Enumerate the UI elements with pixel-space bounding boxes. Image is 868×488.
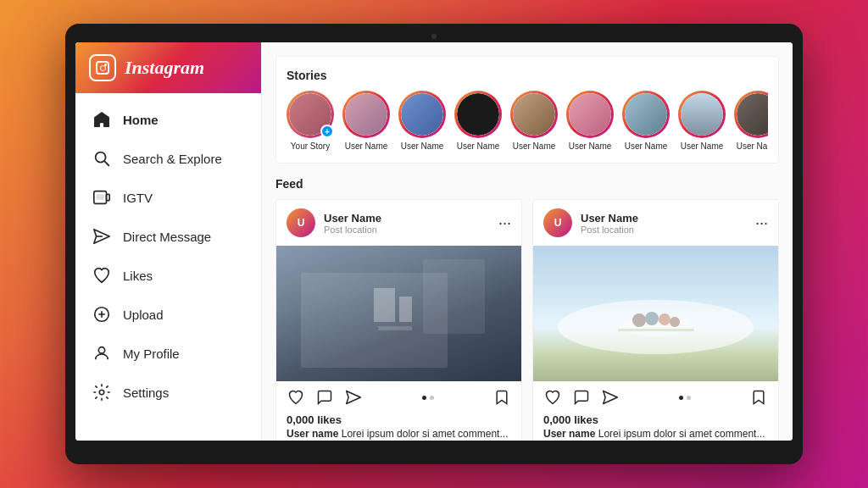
svg-rect-14: [378, 326, 412, 330]
sidebar: Instagram Home: [75, 42, 262, 441]
app-name: Instagram: [125, 57, 204, 79]
share-button-1[interactable]: [601, 388, 620, 407]
story-label-8: User Name: [737, 141, 768, 151]
story-item-1[interactable]: User Name: [342, 91, 390, 151]
sidebar-logo: Instagram: [75, 42, 261, 93]
feed-actions-1: [533, 381, 778, 410]
caption-more-1[interactable]: more: [543, 440, 566, 441]
feed-location-1: Post location: [581, 225, 638, 235]
feed-more-button-1[interactable]: ···: [755, 214, 768, 232]
feed-more-button-0[interactable]: ···: [498, 214, 511, 232]
svg-marker-22: [604, 391, 618, 404]
story-label-5: User Name: [569, 141, 612, 151]
carousel-dots-0: [422, 396, 434, 400]
feed-avatar-0: U: [287, 208, 315, 237]
bookmark-button-1[interactable]: [749, 388, 768, 407]
feed-section: Feed U User Name Post location: [275, 177, 779, 441]
story-item-2[interactable]: User Name: [398, 91, 446, 151]
story-item-5[interactable]: User Name: [566, 91, 614, 151]
instagram-logo-icon: [89, 54, 116, 81]
story-item-7[interactable]: User Name: [678, 91, 726, 151]
story-item-6[interactable]: User Name: [622, 91, 670, 151]
story-item-3[interactable]: User Name: [454, 91, 502, 151]
caption-1: User name Lorei ipsum dolor si amet comm…: [543, 428, 768, 441]
sidebar-navigation: Home Search & Explore: [75, 93, 261, 441]
sidebar-item-settings[interactable]: Settings: [75, 373, 261, 412]
story-avatar-7: [678, 91, 726, 138]
igtv-label: IGTV: [123, 191, 153, 205]
story-label-7: User Name: [681, 141, 724, 151]
feed-card-header-1: U User Name Post location ···: [533, 200, 778, 246]
dot-active-1: [679, 396, 683, 400]
dot-inactive-1: [687, 396, 691, 400]
story-item-4[interactable]: User Name: [510, 91, 558, 151]
sidebar-item-direct[interactable]: Direct Message: [75, 217, 261, 256]
share-button-0[interactable]: [344, 388, 363, 407]
feed-location-0: Post location: [324, 225, 381, 235]
sidebar-item-upload[interactable]: Upload: [75, 295, 261, 334]
main-content: Stories + Your Story: [262, 42, 793, 441]
feed-title: Feed: [275, 177, 779, 191]
sidebar-item-likes[interactable]: Likes: [75, 256, 261, 295]
svg-rect-21: [618, 329, 694, 331]
search-label: Search & Explore: [123, 152, 222, 166]
svg-point-19: [659, 313, 670, 325]
sidebar-item-profile[interactable]: My Profile: [75, 334, 261, 373]
svg-point-18: [645, 312, 659, 325]
sidebar-item-home[interactable]: Home: [75, 100, 261, 139]
story-avatar-8: [734, 91, 768, 138]
laptop-frame: Instagram Home: [65, 24, 803, 464]
profile-icon: [92, 344, 111, 363]
home-label: Home: [123, 113, 159, 127]
sidebar-item-search[interactable]: Search & Explore: [75, 139, 261, 178]
svg-marker-15: [347, 391, 361, 404]
add-story-button[interactable]: +: [320, 125, 334, 138]
search-icon: [92, 149, 111, 168]
stories-title: Stories: [287, 69, 768, 82]
laptop-camera: [431, 34, 437, 39]
laptop-screen: Instagram Home: [75, 42, 793, 441]
settings-label: Settings: [123, 385, 169, 400]
story-label-6: User Name: [625, 141, 668, 151]
feed-user-text-0: User Name Post location: [324, 212, 381, 235]
svg-point-11: [99, 390, 104, 395]
instagram-camera-icon: [96, 61, 109, 75]
caption-0: User name Lorei ipsum dolor si amet comm…: [287, 428, 511, 441]
comment-button-0[interactable]: [315, 388, 334, 407]
svg-rect-12: [374, 288, 395, 322]
stories-section: Stories + Your Story: [275, 56, 779, 164]
caption-username-1: User name: [543, 428, 595, 440]
your-story-avatar-wrapper: +: [287, 91, 334, 138]
caption-more-0[interactable]: more: [287, 440, 309, 441]
stories-row: + Your Story User Name: [287, 91, 768, 151]
like-button-1[interactable]: [543, 388, 562, 407]
svg-point-10: [98, 347, 104, 353]
likes-count-1: 0,000 likes: [543, 413, 768, 426]
bookmark-button-0[interactable]: [492, 388, 511, 407]
story-avatar-5: [566, 91, 614, 138]
feed-user-text-1: User Name Post location: [581, 212, 638, 235]
svg-rect-4: [97, 194, 104, 199]
story-item-8[interactable]: User Name: [734, 91, 768, 151]
feed-username-1: User Name: [581, 212, 638, 225]
profile-label: My Profile: [123, 347, 180, 361]
settings-icon: [92, 383, 111, 402]
comment-button-1[interactable]: [572, 388, 591, 407]
feed-footer-1: 0,000 likes User name Lorei ipsum dolor …: [533, 410, 778, 441]
story-avatar-1: [342, 91, 390, 138]
sidebar-item-igtv[interactable]: IGTV: [75, 178, 261, 217]
like-button-0[interactable]: [287, 388, 305, 407]
svg-point-20: [670, 317, 680, 327]
story-item-self[interactable]: + Your Story: [287, 91, 334, 151]
feed-image-0: [276, 246, 521, 381]
heart-icon: [92, 266, 111, 285]
home-icon: [92, 110, 111, 129]
upload-label: Upload: [123, 308, 164, 322]
feed-avatar-1: U: [543, 208, 572, 237]
story-avatar-6: [622, 91, 670, 138]
caption-username-0: User name: [287, 428, 338, 440]
feed-image-1: [533, 246, 778, 381]
dot-inactive-0: [430, 396, 434, 400]
svg-rect-3: [107, 194, 110, 200]
feed-user-info-1: U User Name Post location: [543, 208, 638, 237]
